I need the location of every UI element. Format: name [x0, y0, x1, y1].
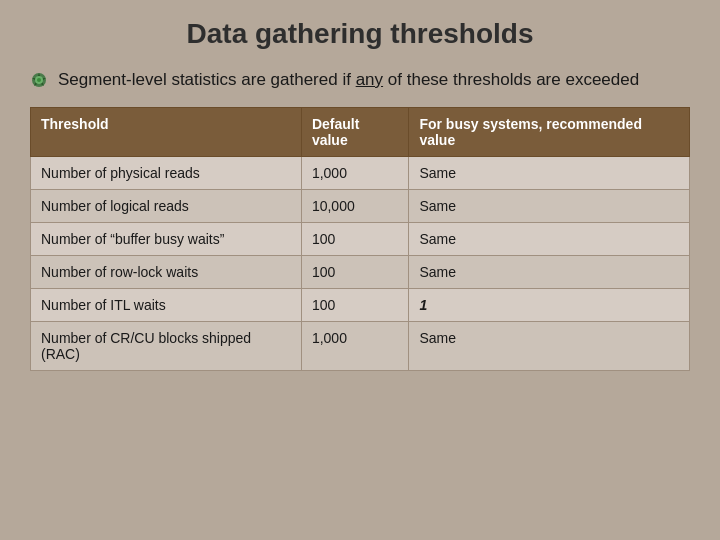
default-value-cell: 10,000 [301, 190, 409, 223]
busy-value-cell: Same [409, 256, 690, 289]
thresholds-table: Threshold Default value For busy systems… [30, 107, 690, 371]
svg-point-2 [37, 78, 41, 82]
busy-value-cell: 1 [409, 289, 690, 322]
threshold-cell: Number of “buffer busy waits” [31, 223, 302, 256]
table-header-row: Threshold Default value For busy systems… [31, 108, 690, 157]
threshold-cell: Number of physical reads [31, 157, 302, 190]
default-value-cell: 100 [301, 223, 409, 256]
table-row: Number of “buffer busy waits”100Same [31, 223, 690, 256]
table-row: Number of ITL waits1001 [31, 289, 690, 322]
busy-value-cell: Same [409, 190, 690, 223]
table-row: Number of logical reads10,000Same [31, 190, 690, 223]
intro-underline: any [356, 70, 383, 89]
busy-value-cell: Same [409, 223, 690, 256]
default-value-cell: 1,000 [301, 157, 409, 190]
threshold-cell: Number of row-lock waits [31, 256, 302, 289]
threshold-cell: Number of logical reads [31, 190, 302, 223]
threshold-cell: Number of ITL waits [31, 289, 302, 322]
table-row: Number of row-lock waits100Same [31, 256, 690, 289]
default-value-cell: 1,000 [301, 322, 409, 371]
intro-row: Segment-level statistics are gathered if… [30, 68, 690, 93]
page-title: Data gathering thresholds [30, 18, 690, 50]
col-header-threshold: Threshold [31, 108, 302, 157]
table-row: Number of physical reads1,000Same [31, 157, 690, 190]
col-header-busy: For busy systems, recommended value [409, 108, 690, 157]
intro-text: Segment-level statistics are gathered if… [58, 68, 639, 92]
intro-text-after: of these thresholds are exceeded [383, 70, 639, 89]
table-row: Number of CR/CU blocks shipped (RAC)1,00… [31, 322, 690, 371]
bullet-icon [30, 71, 48, 93]
threshold-cell: Number of CR/CU blocks shipped (RAC) [31, 322, 302, 371]
intro-text-before: Segment-level statistics are gathered if [58, 70, 356, 89]
default-value-cell: 100 [301, 256, 409, 289]
default-value-cell: 100 [301, 289, 409, 322]
busy-value-cell: Same [409, 322, 690, 371]
col-header-default: Default value [301, 108, 409, 157]
busy-value-cell: Same [409, 157, 690, 190]
